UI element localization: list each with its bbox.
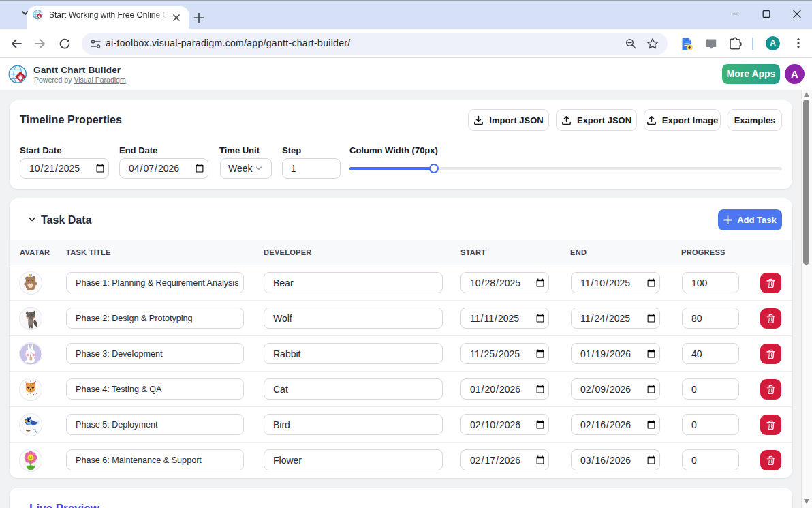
svg-text:HI: HI bbox=[29, 273, 32, 277]
